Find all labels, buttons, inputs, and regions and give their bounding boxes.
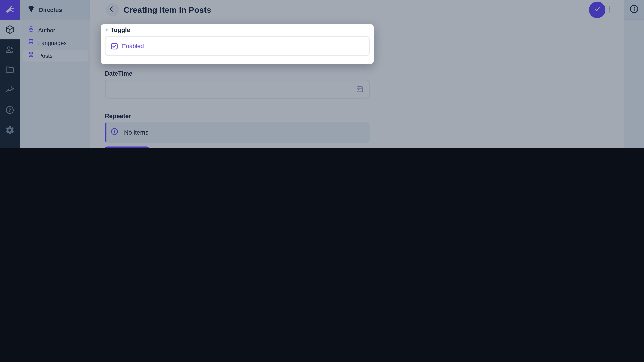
toggle-input: Enabled bbox=[105, 36, 370, 56]
overlay[interactable] bbox=[0, 0, 644, 148]
toggle-field-card: Toggle Enabled bbox=[100, 24, 374, 64]
enabled-checkbox[interactable] bbox=[110, 42, 118, 50]
app: ? bbox=[0, 0, 644, 148]
edited-dot bbox=[106, 29, 108, 31]
toggle-field-label: Toggle bbox=[110, 26, 130, 33]
enabled-checkbox-label[interactable]: Enabled bbox=[122, 43, 144, 49]
